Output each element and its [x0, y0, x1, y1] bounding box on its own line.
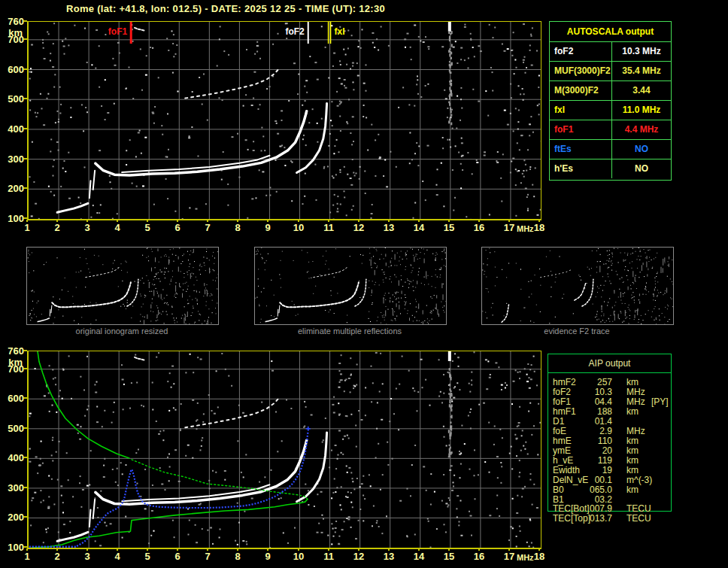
y-axis-tick-label: 200 — [0, 183, 24, 194]
thumbnail-caption: evidence F2 trace — [481, 327, 672, 336]
x-axis-tick-label: 9 — [260, 222, 275, 233]
y-axis-tick-label: 200 — [0, 512, 24, 523]
x-axis-tick-label: 5 — [140, 222, 155, 233]
x-axis-tick — [358, 548, 359, 551]
y-axis-tick-label: 300 — [0, 153, 24, 165]
aip-row-DelN_vE: DelN_vE00.1m^(-3) — [548, 475, 683, 485]
y-axis-tick — [23, 68, 27, 70]
y-axis-tick — [23, 20, 27, 22]
x-axis-unit-label: MHz — [517, 224, 535, 233]
autoscala-row-value: 4.4 MHz — [612, 120, 671, 139]
x-axis-tick — [177, 548, 178, 551]
x-axis-tick-label: 15 — [441, 551, 457, 562]
autoscala-row-value: 35.4 MHz — [612, 62, 671, 80]
autoscala-row-foF2: foF210.3 MHz — [550, 42, 671, 62]
aip-row-D1: D101.4 — [548, 417, 683, 427]
y-axis-tick — [23, 38, 27, 40]
y-axis-tick-label: 400 — [0, 452, 24, 463]
autoscala-row-label: foF2 — [550, 42, 612, 61]
y-axis-tick — [23, 487, 27, 488]
marker-label-fxI: fxI — [335, 26, 345, 37]
x-axis-tick — [538, 548, 540, 551]
y-axis-tick-label: 760 — [0, 345, 24, 357]
x-axis-tick — [538, 220, 540, 222]
x-axis-tick — [508, 220, 510, 222]
y-axis-tick — [23, 217, 27, 219]
autoscala-table-title: AUTOSCALA output — [550, 22, 671, 42]
autoscala-row-foF1: foF14.4 MHz — [550, 120, 671, 140]
x-axis-tick — [117, 548, 118, 551]
x-axis-tick — [478, 220, 480, 222]
x-axis-tick-label: 17 — [502, 222, 517, 233]
autoscala-row-ftEs: ftEsNO — [550, 140, 671, 159]
x-axis-tick-label: 2 — [50, 222, 65, 233]
x-axis-tick — [207, 220, 208, 222]
marker-label-foF1: foF1 — [108, 26, 128, 37]
marker-label-foF2: foF2 — [285, 26, 305, 37]
bottom-ionogram-plot — [27, 351, 541, 549]
thumbnail-caption: eliminate multiple reflections — [254, 327, 445, 336]
x-axis-tick-label: 8 — [230, 222, 245, 233]
x-axis-tick — [177, 220, 178, 222]
x-axis-tick — [237, 548, 238, 551]
x-axis-tick-label: 14 — [411, 551, 426, 562]
x-axis-tick-label: 6 — [170, 222, 185, 233]
x-axis-tick — [26, 220, 28, 222]
bottom-ionogram-canvas — [29, 351, 541, 548]
x-axis-tick-label: 6 — [170, 551, 185, 562]
y-axis-tick — [23, 187, 27, 189]
x-axis-tick-label: 2 — [50, 551, 65, 562]
x-axis-tick-label: 5 — [140, 551, 155, 562]
x-axis-tick-label: 16 — [472, 222, 487, 233]
thumbnail-canvas — [27, 248, 218, 324]
x-axis-tick — [207, 548, 208, 551]
thumbnail-canvas — [255, 248, 446, 324]
aip-row-TEC[Top]: TEC[Top]013.7TECU — [548, 514, 683, 524]
autoscala-row-label: MUF(3000)F2 — [550, 62, 612, 80]
x-axis-tick — [298, 548, 299, 551]
aip-row-B0: B0065.0km — [548, 485, 683, 495]
x-axis-tick-label: 7 — [200, 551, 215, 562]
autoscala-row-M(3000)F2: M(3000)F23.44 — [550, 81, 671, 101]
x-axis-tick-label: 12 — [351, 222, 366, 233]
x-axis-tick-label: 1 — [20, 222, 35, 233]
autoscala-row-MUF(3000)F2: MUF(3000)F235.4 MHz — [550, 62, 671, 81]
y-axis-tick — [23, 397, 27, 399]
x-axis-tick — [237, 220, 238, 222]
y-axis-tick — [23, 128, 27, 129]
autoscala-row-value: NO — [612, 140, 671, 159]
x-axis-tick — [328, 220, 329, 222]
autoscala-row-fxI: fxI11.0 MHz — [550, 101, 671, 120]
x-axis-tick-label: 4 — [110, 222, 125, 233]
thumbnail-eliminate-reflections — [254, 247, 447, 325]
x-axis-tick-label: 12 — [351, 551, 366, 562]
autoscala-row-value: 11.0 MHz — [612, 101, 671, 120]
y-axis-tick — [23, 546, 27, 548]
y-axis-tick-label: 760 — [0, 16, 24, 27]
x-axis-tick — [147, 548, 148, 551]
x-axis-tick — [86, 220, 88, 222]
y-axis-tick-label: 600 — [0, 64, 24, 75]
autoscala-row-label: ftEs — [550, 140, 612, 159]
x-axis-tick-label: 10 — [291, 551, 306, 562]
autoscala-row-value: 3.44 — [612, 81, 671, 100]
y-axis-tick-label: 600 — [0, 393, 24, 404]
x-axis-tick — [56, 548, 58, 551]
y-axis-tick — [23, 368, 27, 369]
x-axis-tick — [117, 220, 118, 222]
x-axis-tick-label: 3 — [80, 222, 95, 233]
autoscala-row-value: 10.3 MHz — [612, 42, 671, 61]
x-axis-tick — [26, 548, 28, 551]
x-axis-tick — [448, 548, 450, 551]
thumbnail-canvas — [482, 248, 673, 324]
y-axis-tick — [23, 457, 27, 458]
y-axis-tick — [23, 350, 27, 351]
x-axis-tick-label: 10 — [291, 222, 306, 233]
aip-panel-title: AIP output — [548, 354, 671, 373]
x-axis-tick-label: 7 — [200, 222, 215, 233]
x-axis-tick — [267, 548, 268, 551]
x-axis-unit-label: MHz — [517, 553, 535, 562]
x-axis-tick — [267, 220, 268, 222]
station-date-time-title: Rome (lat: +41.8, lon: 012.5) - DATE: 20… — [66, 3, 385, 14]
aip-row-hmF1: hmF1188km — [548, 407, 683, 417]
